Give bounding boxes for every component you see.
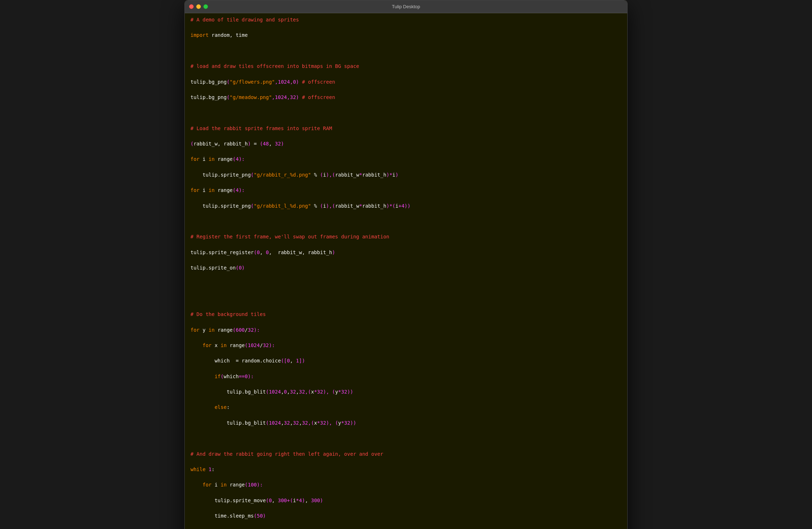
line-25: tulip.bg_blit(1024,0,32,32,(x*32), (y*32…: [190, 388, 622, 396]
line-31: for i in range(100):: [190, 481, 622, 489]
line-12: for i in range(4):: [190, 187, 622, 194]
line-20: # Do the background tiles: [190, 311, 622, 318]
line-13: tulip.sprite_png("g/rabbit_l_%d.png" % (…: [190, 202, 622, 210]
line-34: # Change the sprite 0 to the next sprite…: [190, 528, 622, 529]
editor-area[interactable]: # A demo of tile drawing and sprites imp…: [185, 13, 627, 529]
line-11: tulip.sprite_png("g/rabbit_r_%d.png" % (…: [190, 171, 622, 179]
line-21: for y in range(600/32):: [190, 326, 622, 334]
line-23: which = random.choice([0, 1]): [190, 357, 622, 365]
line-5: tulip.bg_png("g/flowers.png",1024,0) # o…: [190, 78, 622, 86]
main-window: Tulip Desktop # A demo of tile drawing a…: [184, 0, 628, 529]
line-17: tulip.sprite_on(0): [190, 264, 622, 272]
line-2: import random, time: [190, 31, 622, 39]
titlebar: Tulip Desktop: [185, 0, 627, 13]
line-32: tulip.sprite_move(0, 300+(i*4), 300): [190, 497, 622, 505]
line-16: tulip.sprite_register(0, 0, rabbit_w, ra…: [190, 249, 622, 257]
traffic-lights: [189, 4, 208, 9]
close-button[interactable]: [189, 4, 194, 9]
fullscreen-button[interactable]: [203, 4, 208, 9]
line-24: if(which==0):: [190, 373, 622, 381]
line-22: for x in range(1024/32):: [190, 342, 622, 350]
line-33: time.sleep_ms(50): [190, 512, 622, 520]
line-27: tulip.bg_blit(1024,32,32,32,(x*32), (y*3…: [190, 419, 622, 427]
minimize-button[interactable]: [196, 4, 201, 9]
line-26: else:: [190, 404, 622, 411]
line-10: for i in range(4):: [190, 155, 622, 163]
line-6: tulip.bg_png("g/meadow.png",1024,32) # o…: [190, 94, 622, 102]
line-1: # A demo of tile drawing and sprites: [190, 16, 622, 24]
line-29: # And draw the rabbit going right then l…: [190, 450, 622, 458]
line-9: (rabbit_w, rabbit_h) = (48, 32): [190, 140, 622, 148]
line-8: # Load the rabbit sprite frames into spr…: [190, 125, 622, 133]
code-content: # A demo of tile drawing and sprites imp…: [185, 16, 627, 529]
line-30: while 1:: [190, 466, 622, 474]
line-4: # load and draw tiles offscreen into bit…: [190, 63, 622, 70]
window-title: Tulip Desktop: [392, 4, 420, 9]
line-15: # Register the first frame, we'll swap o…: [190, 233, 622, 241]
code-block: # A demo of tile drawing and sprites imp…: [190, 16, 622, 529]
